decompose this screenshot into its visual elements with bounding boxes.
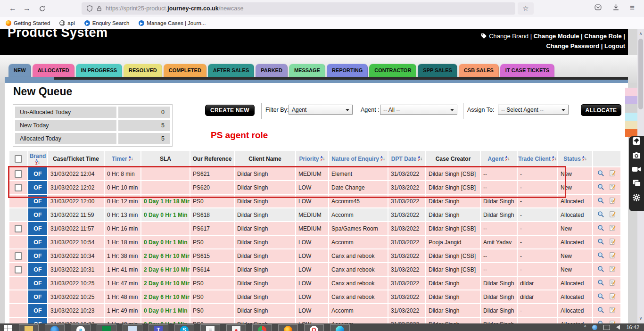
column-header[interactable]: Status AZ↓ [558,151,592,166]
change-password-logout-links[interactable]: Change Password | Logout [481,41,625,50]
view-case-icon[interactable] [597,293,604,301]
column-header[interactable]: Case/Ticket Time AZ↓ [48,151,104,166]
edit-case-icon[interactable] [609,211,616,219]
row-checkbox[interactable] [15,170,22,178]
queue-tab[interactable]: ALLOCATED [33,64,74,77]
az-sort-icon[interactable]: AZ↓ [129,156,133,162]
view-case-icon[interactable] [597,224,604,233]
scroll-down-arrow[interactable]: ∨ [637,316,644,321]
edit-case-icon[interactable] [609,265,616,274]
view-case-icon[interactable] [597,211,604,219]
menu-button[interactable]: ≡ [630,3,635,13]
downloads-button[interactable] [612,3,620,13]
lock-icon[interactable] [96,5,102,12]
edit-case-icon[interactable] [609,238,616,247]
column-header[interactable]: Case Creator AZ↓ [426,151,480,166]
agent-select[interactable]: -- All -- [380,105,457,115]
column-header[interactable]: Brand AZ↓ [28,151,47,166]
speaker-icon[interactable] [616,325,620,330]
queue-tab[interactable]: CONTRACTOR [369,64,416,77]
edit-case-icon[interactable] [609,306,616,315]
view-case-icon[interactable] [597,238,604,247]
scrollbar-thumb[interactable] [638,39,643,109]
network-icon[interactable] [592,325,597,330]
pin-icon[interactable] [633,137,640,147]
edit-case-icon[interactable] [609,252,616,260]
display-icon[interactable] [603,325,610,330]
notes[interactable]: ≡ [200,324,220,331]
tray-expand-icon[interactable]: ^ [584,325,586,330]
view-case-icon[interactable] [597,306,604,315]
internet-explorer[interactable]: e [71,324,91,331]
az-sort-icon[interactable]: AZ↓ [552,156,557,162]
allocate-button[interactable]: ALLOCATE [581,104,621,116]
ms-store[interactable] [97,324,116,331]
change-brand-link[interactable]: Change Brand | [489,33,533,40]
az-sort-icon[interactable]: AZ↓ [35,159,40,165]
column-header[interactable]: Priority AZ↓ [296,151,328,166]
chrome[interactable] [252,324,272,331]
column-header[interactable]: Agent AZ↓ [481,151,517,166]
bookmark-item[interactable]: api [59,20,74,26]
forward-button[interactable]: → [21,2,33,15]
teams[interactable]: T [149,324,168,331]
bookmark-item[interactable]: Manage Cases | Journ... [139,20,206,26]
queue-tab[interactable]: REPORTING [327,64,368,77]
change-module-role-links[interactable]: Change Module | Change Role | [534,33,625,40]
view-case-icon[interactable] [597,197,604,206]
row-checkbox[interactable] [15,266,22,273]
edit-case-icon[interactable] [609,224,616,233]
az-sort-icon[interactable]: AZ↓ [505,156,510,162]
shield-icon[interactable] [86,5,93,12]
recorder[interactable]: ● [226,324,246,331]
queue-tab[interactable]: NEW [8,64,31,77]
url-bar[interactable]: https://sprint25-product.journey-crm.co.… [82,2,515,15]
queue-tab[interactable]: IT CASE TICKETS [500,64,555,77]
opera[interactable]: O [304,324,324,331]
firefox[interactable] [278,324,298,331]
row-checkbox[interactable] [15,184,22,191]
queue-tab[interactable]: COMPLETED [164,64,206,77]
photos[interactable] [123,324,142,331]
column-header[interactable]: Nature of Enquiry AZ↓ [329,151,388,166]
edit-case-icon[interactable] [609,293,616,301]
gear-icon[interactable] [632,193,641,204]
column-header[interactable]: SLA AZ↓ [141,151,190,166]
edge[interactable] [330,324,350,331]
thunderbird[interactable] [45,324,65,331]
column-header[interactable]: Our Reference AZ↓ [190,151,234,166]
edit-case-icon[interactable] [609,170,616,178]
assign-to-select[interactable]: -- Select Agent -- [498,105,569,115]
queue-tab[interactable]: SPP SALES [418,64,457,77]
select-all-checkbox[interactable] [15,155,22,163]
queue-tab[interactable]: AFTER SALES [208,64,254,77]
queue-tab[interactable]: PARKED [256,64,288,77]
select-all-header[interactable] [9,151,27,166]
edit-case-icon[interactable] [609,320,616,324]
file-explorer[interactable] [19,324,39,331]
filter-by-select[interactable]: Agent [289,105,353,115]
edit-case-icon[interactable] [609,197,616,206]
queue-tab[interactable]: CSB SALES [459,64,499,77]
view-case-icon[interactable] [597,183,604,192]
back-button[interactable]: ← [7,2,19,15]
view-case-icon[interactable] [597,320,604,324]
video-camera-icon[interactable] [632,166,641,175]
view-case-icon[interactable] [597,279,604,288]
start-button[interactable] [4,325,12,331]
column-header[interactable]: Trade Client AZ↓ [518,151,557,166]
reload-button[interactable] [36,2,48,15]
queue-tab[interactable]: MESSAGE [289,64,325,77]
az-sort-icon[interactable]: AZ↓ [418,156,422,162]
view-case-icon[interactable] [597,170,604,178]
queue-tab[interactable]: RESOLVED [124,64,162,77]
camera-icon[interactable] [632,151,641,161]
az-sort-icon[interactable]: AZ↓ [320,156,325,162]
row-checkbox[interactable] [15,225,22,232]
bookmark-star-button[interactable]: ☆ [518,2,534,15]
queue-tab[interactable]: IN PROGRESS [76,64,122,77]
scroll-up-arrow[interactable]: ∧ [637,31,644,36]
skype[interactable]: S [174,324,194,331]
edit-case-icon[interactable] [609,279,616,288]
view-case-icon[interactable] [597,265,604,274]
